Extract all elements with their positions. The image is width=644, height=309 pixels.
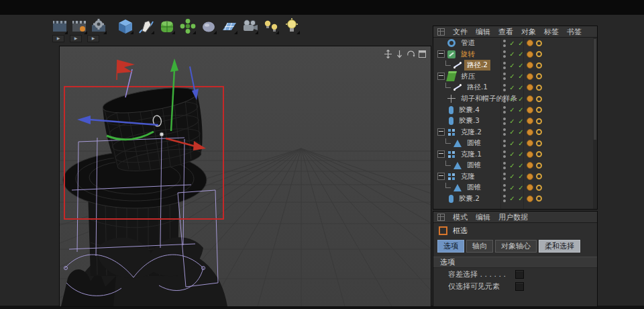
visibility-dots-icon[interactable] — [502, 40, 506, 47]
enabled-check-icon[interactable] — [509, 128, 515, 136]
enabled-check-icon[interactable] — [509, 40, 515, 47]
material-tag-icon[interactable] — [527, 40, 533, 46]
object-row-path2-selected[interactable]: 路径.2 — [433, 60, 593, 71]
spline-pen-icon[interactable] — [138, 17, 155, 35]
render-to-picture-viewer-icon[interactable] — [70, 17, 88, 35]
object-row-capsule3[interactable]: 胶囊.3 — [433, 116, 593, 127]
object-row-cloner[interactable]: 克隆 — [433, 171, 593, 183]
object-row-cone[interactable]: 圆锥 — [433, 138, 593, 149]
menu-edit[interactable]: 编辑 — [476, 212, 490, 222]
visibility-dots-icon[interactable] — [502, 118, 506, 125]
enabled-check-icon[interactable] — [509, 195, 515, 202]
generator-check-icon[interactable] — [518, 40, 524, 47]
menu-view[interactable]: 查看 — [498, 27, 513, 37]
generator-check-icon[interactable] — [518, 195, 524, 202]
scrollbar-thumb[interactable] — [594, 39, 596, 140]
render-sub-icon[interactable]: ▶ — [52, 35, 64, 42]
material-tag-icon[interactable] — [527, 118, 533, 124]
lights-icon[interactable] — [262, 17, 280, 35]
generator-check-icon[interactable] — [518, 118, 524, 125]
object-name[interactable]: 圆锥 — [464, 160, 484, 171]
object-name[interactable]: 旋转 — [458, 49, 478, 60]
object-name[interactable]: 挤压 — [458, 71, 478, 82]
enabled-check-icon[interactable] — [509, 84, 515, 91]
material-tag-icon[interactable] — [527, 184, 533, 191]
object-name[interactable]: 胶囊.4 — [456, 105, 482, 116]
visibility-dots-icon[interactable] — [502, 62, 506, 69]
expand-toggle-icon[interactable] — [437, 73, 445, 80]
tag-icon[interactable] — [536, 62, 542, 69]
tag-icon[interactable] — [536, 129, 542, 135]
material-tag-icon[interactable] — [527, 73, 533, 80]
visibility-dots-icon[interactable] — [502, 128, 506, 136]
object-name[interactable]: 胶囊.3 — [456, 116, 482, 126]
render-sub-icon[interactable]: ▶ — [87, 35, 99, 42]
visible-only-checkbox[interactable] — [515, 282, 524, 291]
generator-check-icon[interactable] — [518, 84, 524, 91]
object-row-path1[interactable]: 路径.1 — [433, 82, 593, 93]
menu-objects[interactable]: 对象 — [521, 27, 536, 37]
visibility-dots-icon[interactable] — [502, 73, 506, 80]
enabled-check-icon[interactable] — [509, 140, 515, 147]
material-tag-icon[interactable] — [527, 84, 533, 91]
expand-toggle-icon[interactable] — [437, 150, 445, 158]
object-name[interactable]: 圆锥 — [464, 138, 484, 148]
deformer-icon[interactable] — [200, 17, 217, 35]
visibility-dots-icon[interactable] — [502, 95, 506, 103]
enabled-check-icon[interactable] — [509, 173, 515, 180]
subdivision-surface-icon[interactable] — [158, 17, 176, 35]
options-section-header[interactable]: 选项 — [433, 257, 597, 268]
panel-grid-icon[interactable] — [437, 28, 445, 36]
dolly-icon[interactable] — [395, 48, 404, 57]
tag-icon[interactable] — [536, 51, 542, 57]
material-tag-icon[interactable] — [527, 107, 533, 114]
material-tag-icon[interactable] — [527, 62, 533, 69]
object-name[interactable]: 克隆 — [458, 171, 478, 182]
material-tag-icon[interactable] — [527, 140, 533, 146]
object-name[interactable]: 胶囊.2 — [456, 193, 482, 204]
object-row-spline-group[interactable]: 胡子和帽子的样条 — [433, 93, 593, 105]
object-row-capsule4[interactable]: 胶囊.4 — [433, 104, 593, 116]
object-row-lathe[interactable]: 旋转 — [433, 49, 593, 60]
visibility-dots-icon[interactable] — [502, 84, 506, 91]
object-row-capsule2[interactable]: 胶囊.2 — [433, 193, 593, 205]
generator-check-icon[interactable] — [518, 50, 524, 58]
enabled-check-icon[interactable] — [509, 95, 515, 103]
array-icon[interactable] — [179, 17, 197, 35]
enabled-check-icon[interactable] — [509, 162, 515, 169]
y-axis-arrowhead[interactable] — [170, 58, 178, 72]
gizmo-purple-handle[interactable] — [125, 69, 132, 97]
tag-icon[interactable] — [536, 107, 542, 113]
edit-render-settings-icon[interactable] — [90, 17, 107, 35]
orbit-icon[interactable] — [407, 48, 415, 57]
red-flag-handle[interactable] — [117, 60, 135, 73]
visibility-dots-icon[interactable] — [502, 50, 506, 58]
panel-grid-icon[interactable] — [437, 214, 445, 221]
object-name[interactable]: 路径.1 — [464, 82, 490, 93]
visibility-dots-icon[interactable] — [502, 195, 506, 202]
camera-icon[interactable] — [241, 17, 259, 35]
tab-axis[interactable]: 轴向 — [466, 240, 493, 253]
visibility-dots-icon[interactable] — [502, 184, 506, 191]
visibility-dots-icon[interactable] — [502, 162, 506, 169]
enabled-check-icon[interactable] — [509, 73, 515, 80]
toggle-view-icon[interactable] — [418, 48, 427, 57]
expand-toggle-icon[interactable] — [437, 173, 445, 180]
light-bulb-icon[interactable] — [283, 17, 301, 35]
tag-icon[interactable] — [536, 140, 542, 146]
render-view-icon[interactable] — [51, 17, 68, 35]
cube-primitive-icon[interactable] — [117, 17, 134, 35]
x-axis-arrowhead[interactable] — [77, 116, 91, 124]
tolerance-select-checkbox[interactable] — [515, 270, 524, 279]
material-tag-icon[interactable] — [527, 151, 533, 158]
object-manager-scrollbar[interactable] — [593, 38, 597, 209]
menu-user-data[interactable]: 用户数据 — [498, 212, 528, 222]
object-row-cone[interactable]: 圆锥 — [433, 182, 593, 193]
tag-icon[interactable] — [536, 73, 542, 79]
generator-check-icon[interactable] — [518, 62, 524, 69]
perspective-viewport[interactable] — [59, 46, 431, 307]
generator-check-icon[interactable] — [518, 95, 524, 103]
gizmo-center-handle[interactable] — [160, 132, 164, 136]
hat-model[interactable] — [61, 83, 227, 306]
enabled-check-icon[interactable] — [509, 50, 515, 58]
